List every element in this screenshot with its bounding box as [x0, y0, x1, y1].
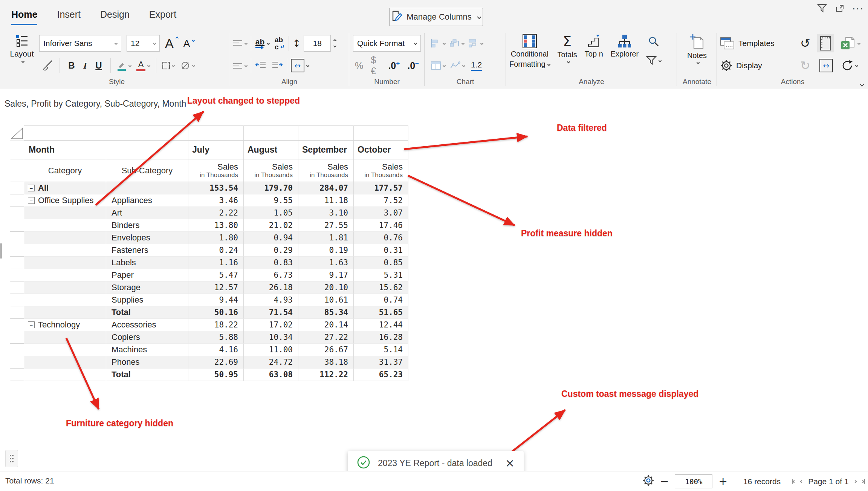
value-cell[interactable]: 4.16 [188, 344, 244, 356]
quick-format-select[interactable]: Quick Format [353, 35, 421, 52]
table-chart-button[interactable] [431, 61, 445, 70]
row-gutter-cell[interactable] [10, 194, 24, 207]
category-header[interactable]: Category [24, 159, 106, 182]
row-gutter-cell[interactable] [10, 306, 24, 319]
value-cell[interactable]: 21.02 [244, 219, 298, 232]
row-gutter-cell[interactable] [10, 182, 24, 194]
display-button[interactable]: Display [720, 60, 793, 72]
horizontal-align-button[interactable] [233, 40, 247, 47]
value-cell[interactable]: 0.76 [354, 232, 408, 244]
subcategory-cell[interactable] [106, 182, 188, 194]
tab-home[interactable]: Home [11, 9, 37, 25]
decrease-decimal-button[interactable]: .0− [407, 60, 419, 71]
bold-button[interactable]: B [66, 60, 77, 71]
measure-header[interactable]: Salesin Thousands [298, 159, 354, 182]
focus-mode-icon[interactable] [835, 4, 844, 14]
top-n-button[interactable]: Top n [585, 34, 603, 58]
value-cell[interactable]: 24.72 [244, 356, 298, 369]
subcategory-cell[interactable]: Fasteners [106, 244, 188, 257]
row-gutter-cell[interactable] [10, 369, 24, 381]
settings-gear-icon[interactable] [643, 475, 654, 488]
conditional-formatting-button[interactable]: Conditional Formatting [509, 34, 550, 69]
value-cell[interactable]: 20.14 [298, 319, 354, 331]
measure-header[interactable]: Salesin Thousands [244, 159, 298, 182]
value-cell[interactable]: 11.18 [298, 194, 354, 207]
category-cell[interactable] [24, 232, 106, 244]
undo-icon[interactable]: ↺ [800, 37, 810, 49]
font-size-select[interactable]: 12 [127, 35, 160, 52]
value-cell[interactable]: 0.74 [354, 294, 408, 306]
row-gutter-cell[interactable] [10, 294, 24, 306]
value-cell[interactable]: 5.14 [354, 344, 408, 356]
value-cell[interactable]: 12.44 [354, 319, 408, 331]
value-cell[interactable]: 31.37 [354, 356, 408, 369]
value-cell[interactable]: 10.61 [298, 294, 354, 306]
next-page-button[interactable] [854, 480, 856, 483]
empty-header-cell[interactable] [24, 125, 106, 141]
empty-header-cell[interactable] [106, 125, 188, 141]
empty-header-cell[interactable] [298, 125, 354, 141]
autofit-button[interactable]: ↔ [291, 59, 309, 72]
value-cell[interactable]: 17.46 [354, 219, 408, 232]
subcategory-cell[interactable]: Supplies [106, 294, 188, 306]
value-cell[interactable]: 18.22 [188, 319, 244, 331]
category-cell[interactable]: −All [24, 182, 106, 194]
value-cell[interactable]: 0.94 [244, 232, 298, 244]
fill-color-button[interactable] [117, 60, 131, 71]
empty-header-cell[interactable] [354, 125, 408, 141]
first-page-button[interactable] [792, 479, 795, 484]
totals-button[interactable]: Σ Totals [558, 34, 577, 63]
column-header-september[interactable]: September [298, 141, 354, 159]
value-cell[interactable]: 71.54 [244, 306, 298, 319]
value-cell[interactable]: 177.57 [354, 182, 408, 194]
category-cell[interactable] [24, 344, 106, 356]
collapse-icon[interactable]: − [28, 321, 35, 328]
wrap-text-button[interactable]: ab c [275, 36, 285, 50]
font-name-select[interactable]: Inforiver Sans [39, 35, 121, 52]
month-header[interactable]: Month [24, 141, 188, 159]
subcategory-cell[interactable]: Paper [106, 269, 188, 281]
percent-format-button[interactable]: % [355, 60, 363, 71]
vertical-align-button[interactable] [233, 62, 247, 69]
category-cell[interactable] [24, 219, 106, 232]
category-cell[interactable]: −Technology [24, 319, 106, 331]
value-cell[interactable]: 3.07 [354, 207, 408, 219]
empty-header-cell[interactable] [188, 125, 244, 141]
value-cell[interactable]: 1.80 [188, 232, 244, 244]
templates-button[interactable]: Templates [720, 37, 793, 49]
value-cell[interactable]: 6.73 [244, 269, 298, 281]
value-cell[interactable]: 284.07 [298, 182, 354, 194]
value-cell[interactable]: 26.18 [244, 281, 298, 294]
increase-font-button[interactable]: A [165, 36, 174, 51]
subcategory-cell[interactable]: Labels [106, 257, 188, 269]
zoom-in-button[interactable]: + [718, 476, 727, 487]
category-cell[interactable] [24, 331, 106, 344]
manage-columns-button[interactable]: Manage Columns [389, 8, 483, 26]
subcategory-cell[interactable]: Machines [106, 344, 188, 356]
value-cell[interactable]: 11.00 [244, 344, 298, 356]
clear-format-button[interactable] [180, 61, 195, 70]
category-cell[interactable] [24, 369, 106, 381]
row-height-input[interactable]: 18 [304, 35, 331, 52]
table-corner-handle[interactable] [10, 125, 24, 141]
value-cell[interactable]: 0.85 [354, 257, 408, 269]
waterfall-chart-button[interactable] [450, 39, 464, 48]
collapse-icon[interactable]: − [28, 197, 35, 204]
value-cell[interactable]: 38.18 [298, 356, 354, 369]
row-gutter-cell[interactable] [10, 269, 24, 281]
value-cell[interactable]: 7.52 [354, 194, 408, 207]
subcategory-cell[interactable]: Appliances [106, 194, 188, 207]
value-cell[interactable]: 85.34 [298, 306, 354, 319]
value-cell[interactable]: 15.62 [354, 281, 408, 294]
tab-export[interactable]: Export [149, 9, 176, 25]
search-icon[interactable] [648, 36, 659, 49]
column-header-july[interactable]: July [188, 141, 244, 159]
value-cell[interactable]: 1.81 [298, 232, 354, 244]
value-cell[interactable]: 9.44 [188, 294, 244, 306]
row-gutter-cell[interactable] [10, 319, 24, 331]
subcategory-cell[interactable]: Envelopes [106, 232, 188, 244]
category-cell[interactable] [24, 356, 106, 369]
ribbon-filter-button[interactable] [646, 56, 661, 66]
value-cell[interactable]: 50.95 [188, 369, 244, 381]
row-gutter-cell[interactable] [10, 219, 24, 232]
